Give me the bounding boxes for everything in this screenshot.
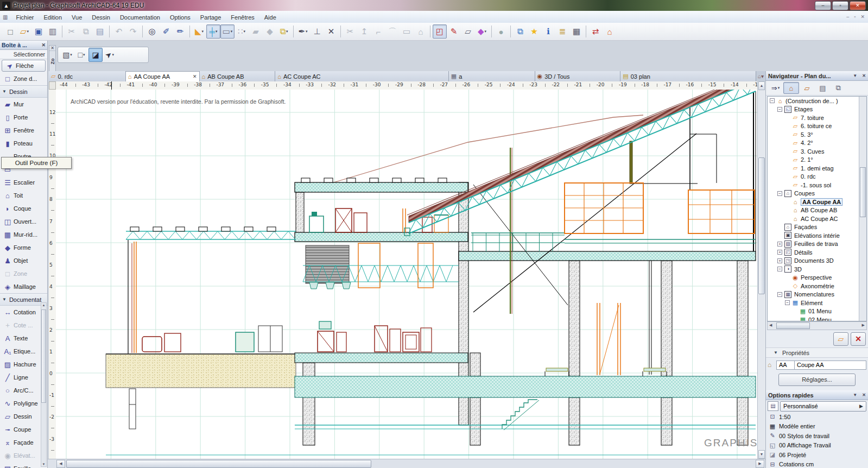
quick-option-floor-plan-cut[interactable]: ◪06 Projeté: [768, 450, 868, 460]
tree-item[interactable]: −⌂(Construction de... ): [768, 97, 866, 105]
toolbox-item-objet[interactable]: ♟Objet: [0, 254, 47, 267]
child-window-controls[interactable]: –▫✕: [841, 14, 865, 20]
toolbox-item-hachure[interactable]: ▨Hachure: [0, 358, 47, 371]
section-id-field[interactable]: AA: [776, 361, 795, 370]
toolbox-item-fleche[interactable]: ➤Flèche: [2, 60, 46, 72]
pick-up-parameters-button[interactable]: ✐: [159, 24, 173, 39]
cursor-snap-button[interactable]: ▭▾: [220, 24, 235, 39]
plane-snap-button[interactable]: ◆: [263, 24, 277, 39]
adjust-button[interactable]: ↥: [357, 24, 371, 39]
quick-option-structure-filter[interactable]: ▦Modèle entier: [768, 422, 868, 432]
tree-item[interactable]: −▦Elément: [768, 299, 866, 307]
tree-item[interactable]: +◰Détails: [768, 248, 866, 257]
toolbox-item-dessin[interactable]: ▱Dessin: [0, 410, 47, 423]
preset-icon[interactable]: ▤: [768, 401, 778, 411]
tree-item[interactable]: ▱5. 3°: [768, 130, 866, 139]
tree-expander[interactable]: −: [777, 292, 782, 297]
tab-0-rdc[interactable]: ▱0. rdc: [49, 71, 126, 81]
section-name-field[interactable]: Coupe AA: [795, 361, 866, 370]
tree-item[interactable]: ▱6. toiture ce: [768, 122, 866, 131]
drawing-canvas[interactable]: ArchiCAD version pour l'éducation, reven…: [56, 90, 757, 459]
tree-expander[interactable]: +: [777, 250, 782, 255]
menu-dessin[interactable]: Dessin: [87, 12, 115, 22]
layout-home-button[interactable]: ⌂: [603, 24, 617, 39]
toolbox-item-ligne[interactable]: ╱Ligne: [0, 371, 47, 384]
tree-vertical-scrollbar[interactable]: [859, 97, 866, 321]
tab-aa-coupe-aa[interactable]: ⌂AA Coupe AA✕: [126, 71, 200, 81]
gravity-button[interactable]: ▰: [249, 24, 263, 39]
quick-option-dimensions[interactable]: ⊟Cotations cm: [768, 460, 868, 468]
tree-expander[interactable]: −: [777, 107, 782, 112]
tree-item[interactable]: ▱0. rdc: [768, 173, 866, 181]
toolbox-item-toit[interactable]: ⌂Toit: [0, 189, 47, 202]
tree-item[interactable]: ▱7. toiture: [768, 113, 866, 122]
new-document-button[interactable]: □: [3, 24, 17, 39]
magic-wand-button[interactable]: ⌂: [414, 24, 428, 39]
canvas-vertical-scrollbar[interactable]: ▲ ▼: [757, 81, 765, 459]
tree-expander[interactable]: −: [785, 300, 790, 305]
tree-expander[interactable]: +: [777, 242, 782, 246]
tree-expander[interactable]: +: [777, 258, 782, 263]
tree-item[interactable]: ▦02 Menu: [768, 315, 866, 321]
pen-sets-button[interactable]: ✒▾: [296, 24, 310, 39]
toolbox-item-facade[interactable]: ⌅Façade: [0, 436, 47, 449]
menu-partage[interactable]: Partage: [195, 12, 226, 22]
markup-pen-button[interactable]: ✎: [447, 24, 461, 39]
project-chooser-button[interactable]: ⇒▾: [768, 82, 783, 94]
toolbox-header-dessin-header[interactable]: ▼Dessin: [0, 85, 47, 98]
marquee-button[interactable]: □▾: [74, 48, 88, 62]
minimize-button[interactable]: –: [815, 1, 831, 10]
paste-button[interactable]: ▤: [93, 24, 107, 39]
tree-item[interactable]: −⌂Coupes: [768, 189, 866, 198]
toolbox-item-etiquette[interactable]: A₁Etique...: [0, 345, 47, 358]
zone-hand-button[interactable]: ▱: [461, 24, 475, 39]
toolbox-close-icon[interactable]: ✕: [41, 42, 46, 48]
undo-button[interactable]: ↶: [112, 24, 126, 39]
schedules-button[interactable]: ≣: [555, 24, 569, 39]
toolbox-item-escalier[interactable]: ☰Escalier: [0, 176, 47, 189]
fillet-button[interactable]: ⌒: [385, 24, 400, 39]
settings-button[interactable]: Réglages...: [778, 374, 856, 386]
tab-ab-coupe-ab[interactable]: ⌂AB Coupe AB: [200, 71, 276, 81]
vertical-ruler[interactable]: 1211109876543210-1-2-3-4: [49, 90, 56, 459]
tree-item[interactable]: ⌂AA Coupe AA: [768, 198, 866, 206]
tree-item[interactable]: ▦01 Menu: [768, 307, 866, 316]
sphere-button[interactable]: ●: [494, 24, 508, 39]
tree-expander[interactable]: −: [777, 267, 782, 271]
toolbox-item-ouverture[interactable]: ◫Ouvert...: [0, 215, 47, 228]
toolbox-item-texte[interactable]: ATexte: [0, 332, 47, 345]
zoom-search-button[interactable]: ◎: [145, 24, 159, 39]
tree-item[interactable]: +▨Feuilles de trava: [768, 240, 866, 249]
quick-options-close-icon[interactable]: ✕: [862, 393, 866, 397]
tree-item[interactable]: ⌂Façades: [768, 223, 866, 232]
quick-option-pen-set[interactable]: ✎00 Stylos de travail: [768, 431, 868, 441]
view-map-button[interactable]: ▱: [799, 82, 815, 94]
guide-lines-button[interactable]: ╪▾: [206, 24, 220, 39]
tree-item[interactable]: ⌂AC Coupe AC: [768, 214, 866, 223]
tree-horizontal-scrollbar[interactable]: ◀ ▶: [767, 321, 867, 330]
render-button[interactable]: ◆▾: [475, 24, 489, 39]
tab-list-dropdown[interactable]: ⌂▾: [756, 71, 765, 81]
tree-item[interactable]: −▦Nomenclatures: [768, 290, 866, 299]
horizontal-ruler[interactable]: -44-43-42-41-40-39-38-37-36-35-34-33-32-…: [56, 81, 757, 90]
toolbox-item-elevation[interactable]: ◉Elévat...: [0, 449, 47, 462]
toolbox-item-coque[interactable]: ◗Coque: [0, 202, 47, 215]
quick-option-scale[interactable]: ⊡1:50: [768, 412, 868, 422]
tree-item[interactable]: ▱3. Cuves: [768, 147, 866, 156]
ruler-corner[interactable]: [49, 81, 56, 90]
measure-button[interactable]: ⊥: [310, 24, 324, 39]
tree-item[interactable]: ▣Elévations intérie: [768, 231, 866, 240]
canvas-horizontal-scrollbar[interactable]: ◀ ▶: [48, 459, 765, 468]
tree-item[interactable]: ▱4. 2°: [768, 139, 866, 148]
tree-item[interactable]: ▱2. 1°: [768, 156, 866, 165]
navigator-close-icon[interactable]: ✕: [862, 73, 866, 78]
preset-dropdown[interactable]: Personnalisé ▶: [780, 401, 866, 412]
tab-ac-coupe-ac[interactable]: ⌂AC Coupe AC: [275, 71, 448, 81]
menu-edition[interactable]: Edition: [39, 12, 67, 22]
toolbox-item-cotation[interactable]: ↔Cotation: [0, 306, 47, 319]
toolbox-item-feuille[interactable]: ▤Feuille... ▾: [0, 462, 47, 468]
publisher-sets-button[interactable]: ⧉: [831, 82, 846, 94]
element-info-button[interactable]: ℹ: [541, 24, 555, 39]
quick-options-collapse-icon[interactable]: ▼: [853, 393, 857, 397]
open-project-button[interactable]: ▱▾: [17, 24, 31, 39]
